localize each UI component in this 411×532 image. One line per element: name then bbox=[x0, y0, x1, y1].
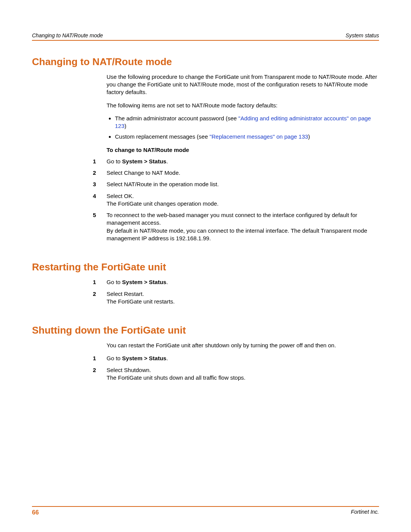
step-text: Go to System > Status. bbox=[107, 278, 379, 286]
step-number: 3 bbox=[93, 181, 107, 188]
numbered-steps: 1 Go to System > Status. 2 Select Shutdo… bbox=[93, 355, 379, 382]
step-text: Go to System > Status. bbox=[107, 158, 379, 165]
bullet-text: Custom replacement messages (see bbox=[115, 133, 209, 140]
step-row: 2 Select Restart. The FortiGate unit res… bbox=[93, 290, 379, 306]
step-number: 1 bbox=[93, 278, 107, 286]
step-row: 2 Select Shutdown. The FortiGate unit sh… bbox=[93, 366, 379, 382]
step-number: 1 bbox=[93, 355, 107, 362]
section-nat-route: Changing to NAT/Route mode Use the follo… bbox=[32, 55, 379, 242]
body-paragraph: Use the following procedure to change th… bbox=[107, 73, 379, 96]
body-paragraph: You can restart the FortiGate unit after… bbox=[107, 342, 379, 349]
page-footer: 66 Fortinet Inc. bbox=[32, 506, 379, 517]
body-paragraph: The following items are not set to NAT/R… bbox=[107, 102, 379, 109]
step-row: 2 Select Change to NAT Mode. bbox=[93, 169, 379, 177]
section-heading: Restarting the FortiGate unit bbox=[32, 260, 379, 274]
section-heading: Shutting down the FortiGate unit bbox=[32, 324, 379, 337]
cross-reference-link[interactable]: "Replacement messages" on page 133 bbox=[209, 133, 308, 140]
bullet-text: ) bbox=[124, 123, 126, 129]
step-text: To reconnect to the web-based manager yo… bbox=[107, 211, 379, 242]
header-left: Changing to NAT/Route mode bbox=[32, 32, 103, 39]
running-header: Changing to NAT/Route mode System status bbox=[32, 32, 379, 41]
step-row: 3 Select NAT/Route in the operation mode… bbox=[93, 181, 379, 188]
step-row: 5 To reconnect to the web-based manager … bbox=[93, 211, 379, 242]
step-row: 1 Go to System > Status. bbox=[93, 355, 379, 362]
step-text: Select OK. The FortiGate unit changes op… bbox=[107, 192, 379, 208]
step-number: 2 bbox=[93, 366, 107, 382]
procedure-title: To change to NAT/Route mode bbox=[107, 146, 379, 154]
section-shutting-down: Shutting down the FortiGate unit You can… bbox=[32, 324, 379, 382]
step-row: 4 Select OK. The FortiGate unit changes … bbox=[93, 192, 379, 208]
bullet-list: The admin administrator account password… bbox=[107, 115, 379, 141]
step-row: 1 Go to System > Status. bbox=[93, 158, 379, 165]
page-number: 66 bbox=[32, 508, 39, 517]
step-text: Go to System > Status. bbox=[107, 355, 379, 362]
step-text: Select Shutdown. The FortiGate unit shut… bbox=[107, 366, 379, 382]
header-right: System status bbox=[346, 32, 379, 39]
company-name: Fortinet Inc. bbox=[351, 508, 379, 517]
step-text: Select Change to NAT Mode. bbox=[107, 169, 379, 177]
step-number: 2 bbox=[93, 290, 107, 306]
step-number: 5 bbox=[93, 211, 107, 242]
step-row: 1 Go to System > Status. bbox=[93, 278, 379, 286]
bullet-text: The admin administrator account password… bbox=[115, 115, 238, 121]
section-heading: Changing to NAT/Route mode bbox=[32, 55, 379, 69]
numbered-steps: 1 Go to System > Status. 2 Select Restar… bbox=[93, 278, 379, 305]
step-number: 2 bbox=[93, 169, 107, 177]
bullet-text: ) bbox=[308, 133, 310, 140]
step-number: 4 bbox=[93, 192, 107, 208]
step-text: Select Restart. The FortiGate unit resta… bbox=[107, 290, 379, 306]
numbered-steps: 1 Go to System > Status. 2 Select Change… bbox=[93, 158, 379, 242]
list-item: Custom replacement messages (see "Replac… bbox=[115, 133, 379, 141]
step-text: Select NAT/Route in the operation mode l… bbox=[107, 181, 379, 188]
step-number: 1 bbox=[93, 158, 107, 165]
section-restarting: Restarting the FortiGate unit 1 Go to Sy… bbox=[32, 260, 379, 305]
list-item: The admin administrator account password… bbox=[115, 115, 379, 130]
